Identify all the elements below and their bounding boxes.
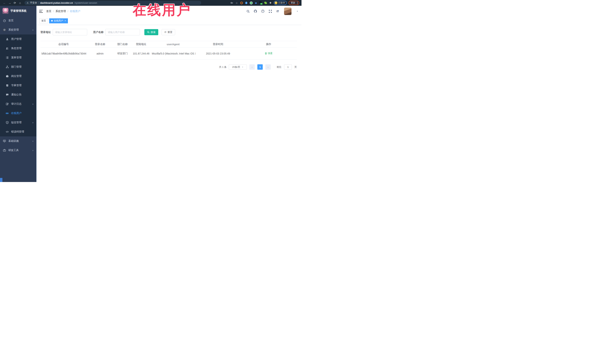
page-content: 登录地址 用户名称 搜索 ⟳ 重置 会话编: [36, 25, 302, 182]
back-icon[interactable]: ←: [2, 1, 7, 5]
page-size-select[interactable]: 20条/页 ▼: [229, 64, 247, 70]
extension-icon-orange-ring[interactable]: [240, 1, 243, 4]
prev-page-button[interactable]: ‹: [249, 64, 255, 70]
sidebar-item-role-mgmt[interactable]: 角色管理: [0, 44, 36, 53]
sidebar-item-dev-tools[interactable]: 研发工具 ∨: [0, 146, 36, 155]
sidebar-item-notice[interactable]: 通知公告: [0, 90, 36, 99]
magnifier-icon: [147, 31, 150, 33]
sidebar-item-post-mgmt[interactable]: 岗位管理: [0, 72, 36, 81]
page-number-1[interactable]: 1: [257, 64, 263, 70]
sidebar: 芋道管理系统 首页 系统管理 ∧ 用户: [0, 6, 36, 182]
extension-icon-green-leaf[interactable]: [264, 1, 267, 4]
extension-icon-green-v[interactable]: V: [250, 1, 253, 4]
chevron-down-icon: ∨: [32, 149, 34, 151]
sidebar-item-dict-mgmt[interactable]: 字典管理: [0, 81, 36, 90]
goto-label: 前往: [277, 66, 281, 69]
page-unit-label: 页: [294, 66, 297, 69]
book-icon: [6, 84, 9, 87]
bookmark-star-icon[interactable]: ☆: [235, 1, 238, 4]
tab-online-users[interactable]: 在线用户 ×: [49, 18, 68, 23]
cell-login-time: 2021-05-03 23:05:49: [196, 48, 241, 59]
extension-icon-blue-gem[interactable]: ◆: [254, 1, 257, 4]
address-bar[interactable]: ⚠ 不安全 dashboard.yudao.iocoder.cn/system/…: [24, 1, 201, 5]
hamburger-icon[interactable]: [39, 10, 43, 13]
security-label[interactable]: 不安全: [30, 1, 37, 4]
col-dept-name: 部门名称: [114, 41, 132, 48]
refresh-icon: ⟳: [164, 31, 166, 33]
table-header-row: 会话编号 登录名称 部门名称 登陆地址 userAgent 登录时间 操作: [40, 41, 297, 48]
sidebar-logo[interactable]: 芋道管理系统: [0, 6, 36, 16]
paused-extension-badge[interactable]: 已暂停: [274, 1, 287, 5]
logo-image: [2, 8, 9, 14]
pagination: 共 1 条 20条/页 ▼ ‹ 1 › 前往 页: [40, 64, 297, 70]
breadcrumb-home[interactable]: 首页: [46, 10, 51, 13]
paused-label: 已暂停: [278, 1, 285, 4]
address-divider: [38, 2, 39, 4]
svg-text:?: ?: [262, 10, 264, 12]
github-icon[interactable]: [254, 10, 257, 13]
reload-icon[interactable]: ⟳: [13, 1, 17, 5]
breadcrumb: 首页 / 系统管理 / 在线用户: [46, 10, 80, 13]
username-input[interactable]: [105, 29, 140, 35]
force-logout-button[interactable]: 强退: [265, 52, 273, 55]
browser-toolbar: ← → ⟳ ⌂ ⚠ 不安全 dashboard.yudao.iocoder.cn…: [0, 0, 302, 6]
sidebar-item-infrastructure[interactable]: 基础设施 ∨: [0, 136, 36, 146]
sidebar-item-errcode-mgmt[interactable]: 错误码管理: [0, 127, 36, 136]
monitor-icon: [3, 140, 6, 143]
search-button[interactable]: 搜索: [144, 29, 158, 35]
url-domain[interactable]: dashboard.yudao.iocoder.cn: [40, 1, 73, 4]
briefcase-icon: [6, 75, 9, 78]
browser-actions: ☆ V ◆ en ✚ 已暂停 更新: [230, 1, 299, 5]
login-address-input[interactable]: [53, 29, 87, 35]
update-button[interactable]: 更新: [291, 1, 295, 4]
emoji-face-icon: [275, 1, 277, 4]
dashboard-icon: [3, 19, 6, 22]
sidebar-item-menu-mgmt[interactable]: 菜单管理: [0, 53, 36, 62]
font-size-icon[interactable]: tT: [276, 10, 279, 13]
browser-update-group: 更新: [289, 1, 299, 5]
forward-icon[interactable]: →: [7, 1, 12, 5]
sidebar-item-home[interactable]: 首页: [0, 16, 36, 25]
home-icon[interactable]: ⌂: [18, 1, 22, 5]
tags-view-bar: 首页 在线用户 ×: [36, 17, 302, 25]
key-icon[interactable]: [230, 1, 233, 4]
tab-home[interactable]: 首页: [39, 18, 48, 23]
user-avatar[interactable]: [284, 8, 291, 15]
cell-user-agent: Mozilla/5.0 (Macintosh; Intel Mac OS X 1…: [151, 48, 196, 59]
username-label: 用户名称: [93, 31, 104, 34]
close-tab-icon[interactable]: ×: [65, 20, 66, 22]
url-path[interactable]: /system/user-session: [74, 1, 97, 4]
login-address-label: 登录地址: [40, 31, 51, 34]
sidebar-item-dept-mgmt[interactable]: 部门管理: [0, 62, 36, 72]
search-icon[interactable]: [246, 10, 250, 13]
sidebar-item-sms-mgmt[interactable]: 短信管理 ∨: [0, 118, 36, 127]
sidebar-item-online-users[interactable]: 在线用户: [0, 109, 36, 118]
gear-icon: [3, 28, 6, 32]
avatar-caret-icon[interactable]: ▼: [297, 10, 298, 12]
cell-login-address: 101.87.244.46: [132, 48, 151, 59]
sidebar-item-user-mgmt[interactable]: 用户管理: [0, 34, 36, 44]
sidebar-menu: 首页 系统管理 ∧ 用户管理: [0, 16, 36, 155]
extension-icon-translator[interactable]: en: [259, 1, 262, 4]
sidebar-item-system[interactable]: 系统管理 ∧: [0, 25, 36, 34]
breadcrumb-separator: /: [53, 10, 54, 13]
goto-page-input[interactable]: [284, 64, 292, 70]
browser-menu-icon[interactable]: [297, 2, 298, 4]
chevron-down-icon: ∨: [32, 121, 34, 124]
app-frame: 芋道管理系统 首页 系统管理 ∧ 用户: [0, 6, 302, 182]
extension-icon-blue-drop[interactable]: [245, 1, 248, 4]
page-topbar: 首页 / 系统管理 / 在线用户 ? tT: [36, 6, 302, 17]
active-tab-dot: [51, 20, 53, 22]
sidebar-item-audit-log[interactable]: 审计日志 ∨: [0, 99, 36, 109]
breadcrumb-system[interactable]: 系统管理: [56, 10, 66, 13]
fullscreen-icon[interactable]: [268, 10, 272, 13]
help-icon[interactable]: ?: [261, 10, 265, 13]
extensions-puzzle-icon[interactable]: ✚: [269, 1, 272, 4]
reset-button[interactable]: ⟳ 重置: [162, 29, 175, 35]
next-page-button[interactable]: ›: [265, 64, 271, 70]
online-users-table: 会话编号 登录名称 部门名称 登陆地址 userAgent 登录时间 操作 bf…: [40, 41, 297, 59]
col-login-name: 登录名称: [87, 41, 114, 48]
topbar-actions: ? tT ▼: [246, 8, 298, 15]
app-title: 芋道管理系统: [10, 9, 26, 13]
shield-check-icon: [6, 121, 9, 124]
